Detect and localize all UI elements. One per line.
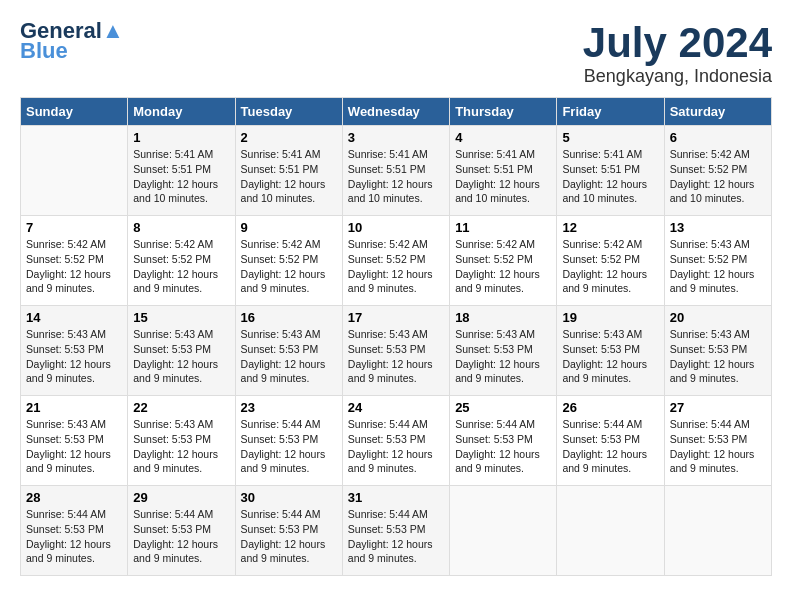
day-info: Sunrise: 5:43 AM Sunset: 5:52 PM Dayligh… [670, 237, 766, 296]
calendar-cell: 25Sunrise: 5:44 AM Sunset: 5:53 PM Dayli… [450, 396, 557, 486]
header-tuesday: Tuesday [235, 98, 342, 126]
day-number: 20 [670, 310, 766, 325]
day-info: Sunrise: 5:43 AM Sunset: 5:53 PM Dayligh… [455, 327, 551, 386]
day-number: 17 [348, 310, 444, 325]
calendar-cell: 3Sunrise: 5:41 AM Sunset: 5:51 PM Daylig… [342, 126, 449, 216]
day-info: Sunrise: 5:43 AM Sunset: 5:53 PM Dayligh… [562, 327, 658, 386]
calendar-cell: 2Sunrise: 5:41 AM Sunset: 5:51 PM Daylig… [235, 126, 342, 216]
header-friday: Friday [557, 98, 664, 126]
calendar-cell: 21Sunrise: 5:43 AM Sunset: 5:53 PM Dayli… [21, 396, 128, 486]
day-info: Sunrise: 5:44 AM Sunset: 5:53 PM Dayligh… [133, 507, 229, 566]
calendar-cell: 14Sunrise: 5:43 AM Sunset: 5:53 PM Dayli… [21, 306, 128, 396]
day-number: 11 [455, 220, 551, 235]
title-area: July 2024 Bengkayang, Indonesia [583, 20, 772, 87]
day-info: Sunrise: 5:44 AM Sunset: 5:53 PM Dayligh… [26, 507, 122, 566]
day-info: Sunrise: 5:41 AM Sunset: 5:51 PM Dayligh… [348, 147, 444, 206]
day-info: Sunrise: 5:41 AM Sunset: 5:51 PM Dayligh… [455, 147, 551, 206]
calendar-cell: 1Sunrise: 5:41 AM Sunset: 5:51 PM Daylig… [128, 126, 235, 216]
calendar-cell: 29Sunrise: 5:44 AM Sunset: 5:53 PM Dayli… [128, 486, 235, 576]
day-number: 13 [670, 220, 766, 235]
calendar-cell: 8Sunrise: 5:42 AM Sunset: 5:52 PM Daylig… [128, 216, 235, 306]
day-number: 14 [26, 310, 122, 325]
day-number: 15 [133, 310, 229, 325]
day-info: Sunrise: 5:42 AM Sunset: 5:52 PM Dayligh… [455, 237, 551, 296]
calendar-cell: 30Sunrise: 5:44 AM Sunset: 5:53 PM Dayli… [235, 486, 342, 576]
calendar-cell: 22Sunrise: 5:43 AM Sunset: 5:53 PM Dayli… [128, 396, 235, 486]
calendar-cell: 18Sunrise: 5:43 AM Sunset: 5:53 PM Dayli… [450, 306, 557, 396]
day-number: 3 [348, 130, 444, 145]
calendar-cell [21, 126, 128, 216]
calendar-cell [450, 486, 557, 576]
day-info: Sunrise: 5:42 AM Sunset: 5:52 PM Dayligh… [562, 237, 658, 296]
day-info: Sunrise: 5:41 AM Sunset: 5:51 PM Dayligh… [133, 147, 229, 206]
day-info: Sunrise: 5:44 AM Sunset: 5:53 PM Dayligh… [455, 417, 551, 476]
calendar-cell: 20Sunrise: 5:43 AM Sunset: 5:53 PM Dayli… [664, 306, 771, 396]
day-number: 19 [562, 310, 658, 325]
logo-blue: Blue [20, 40, 68, 62]
calendar-cell: 9Sunrise: 5:42 AM Sunset: 5:52 PM Daylig… [235, 216, 342, 306]
logo: General▲ Blue [20, 20, 124, 62]
location-title: Bengkayang, Indonesia [583, 66, 772, 87]
day-number: 4 [455, 130, 551, 145]
day-number: 31 [348, 490, 444, 505]
day-number: 2 [241, 130, 337, 145]
day-info: Sunrise: 5:44 AM Sunset: 5:53 PM Dayligh… [670, 417, 766, 476]
day-number: 24 [348, 400, 444, 415]
day-info: Sunrise: 5:41 AM Sunset: 5:51 PM Dayligh… [241, 147, 337, 206]
calendar-week-row: 7Sunrise: 5:42 AM Sunset: 5:52 PM Daylig… [21, 216, 772, 306]
day-number: 27 [670, 400, 766, 415]
day-info: Sunrise: 5:43 AM Sunset: 5:53 PM Dayligh… [241, 327, 337, 386]
day-info: Sunrise: 5:43 AM Sunset: 5:53 PM Dayligh… [133, 417, 229, 476]
day-info: Sunrise: 5:42 AM Sunset: 5:52 PM Dayligh… [348, 237, 444, 296]
calendar-cell: 15Sunrise: 5:43 AM Sunset: 5:53 PM Dayli… [128, 306, 235, 396]
day-info: Sunrise: 5:42 AM Sunset: 5:52 PM Dayligh… [670, 147, 766, 206]
day-number: 18 [455, 310, 551, 325]
page-header: General▲ Blue July 2024 Bengkayang, Indo… [20, 20, 772, 87]
day-number: 5 [562, 130, 658, 145]
calendar-week-row: 14Sunrise: 5:43 AM Sunset: 5:53 PM Dayli… [21, 306, 772, 396]
day-info: Sunrise: 5:44 AM Sunset: 5:53 PM Dayligh… [241, 507, 337, 566]
calendar-cell: 10Sunrise: 5:42 AM Sunset: 5:52 PM Dayli… [342, 216, 449, 306]
day-info: Sunrise: 5:42 AM Sunset: 5:52 PM Dayligh… [241, 237, 337, 296]
day-number: 28 [26, 490, 122, 505]
day-number: 26 [562, 400, 658, 415]
day-info: Sunrise: 5:41 AM Sunset: 5:51 PM Dayligh… [562, 147, 658, 206]
calendar-cell: 13Sunrise: 5:43 AM Sunset: 5:52 PM Dayli… [664, 216, 771, 306]
day-info: Sunrise: 5:42 AM Sunset: 5:52 PM Dayligh… [133, 237, 229, 296]
day-number: 29 [133, 490, 229, 505]
calendar-cell: 24Sunrise: 5:44 AM Sunset: 5:53 PM Dayli… [342, 396, 449, 486]
day-number: 23 [241, 400, 337, 415]
calendar-cell: 27Sunrise: 5:44 AM Sunset: 5:53 PM Dayli… [664, 396, 771, 486]
month-title: July 2024 [583, 20, 772, 66]
header-wednesday: Wednesday [342, 98, 449, 126]
day-info: Sunrise: 5:42 AM Sunset: 5:52 PM Dayligh… [26, 237, 122, 296]
calendar-cell: 17Sunrise: 5:43 AM Sunset: 5:53 PM Dayli… [342, 306, 449, 396]
day-info: Sunrise: 5:44 AM Sunset: 5:53 PM Dayligh… [348, 417, 444, 476]
header-monday: Monday [128, 98, 235, 126]
calendar-cell [664, 486, 771, 576]
calendar-week-row: 28Sunrise: 5:44 AM Sunset: 5:53 PM Dayli… [21, 486, 772, 576]
calendar-cell: 26Sunrise: 5:44 AM Sunset: 5:53 PM Dayli… [557, 396, 664, 486]
calendar-cell: 23Sunrise: 5:44 AM Sunset: 5:53 PM Dayli… [235, 396, 342, 486]
day-number: 22 [133, 400, 229, 415]
calendar-cell: 7Sunrise: 5:42 AM Sunset: 5:52 PM Daylig… [21, 216, 128, 306]
calendar-header-row: SundayMondayTuesdayWednesdayThursdayFrid… [21, 98, 772, 126]
calendar-cell: 16Sunrise: 5:43 AM Sunset: 5:53 PM Dayli… [235, 306, 342, 396]
day-number: 30 [241, 490, 337, 505]
day-info: Sunrise: 5:43 AM Sunset: 5:53 PM Dayligh… [670, 327, 766, 386]
calendar-week-row: 21Sunrise: 5:43 AM Sunset: 5:53 PM Dayli… [21, 396, 772, 486]
calendar-cell: 11Sunrise: 5:42 AM Sunset: 5:52 PM Dayli… [450, 216, 557, 306]
calendar-cell [557, 486, 664, 576]
day-number: 12 [562, 220, 658, 235]
day-number: 8 [133, 220, 229, 235]
day-info: Sunrise: 5:43 AM Sunset: 5:53 PM Dayligh… [348, 327, 444, 386]
day-info: Sunrise: 5:43 AM Sunset: 5:53 PM Dayligh… [133, 327, 229, 386]
calendar-cell: 12Sunrise: 5:42 AM Sunset: 5:52 PM Dayli… [557, 216, 664, 306]
day-info: Sunrise: 5:43 AM Sunset: 5:53 PM Dayligh… [26, 417, 122, 476]
calendar-cell: 19Sunrise: 5:43 AM Sunset: 5:53 PM Dayli… [557, 306, 664, 396]
header-saturday: Saturday [664, 98, 771, 126]
day-number: 7 [26, 220, 122, 235]
header-thursday: Thursday [450, 98, 557, 126]
day-info: Sunrise: 5:44 AM Sunset: 5:53 PM Dayligh… [348, 507, 444, 566]
day-info: Sunrise: 5:44 AM Sunset: 5:53 PM Dayligh… [562, 417, 658, 476]
